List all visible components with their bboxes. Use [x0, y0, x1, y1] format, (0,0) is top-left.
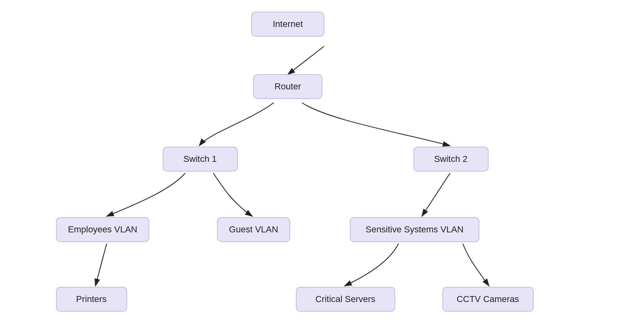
arrow-router-switch2: [302, 103, 450, 146]
arrow-switch1-employees: [107, 173, 185, 216]
sensitive-vlan-label: Sensitive Systems VLAN: [365, 224, 463, 234]
node-switch1: Switch 1: [163, 147, 237, 171]
arrow-sensitive-critical: [345, 244, 398, 286]
arrow-router-switch1: [199, 103, 274, 146]
node-sensitive-vlan: Sensitive Systems VLAN: [350, 217, 479, 242]
cctv-cameras-label: CCTV Cameras: [456, 294, 519, 304]
arrow-switch2-sensitive: [422, 173, 450, 216]
internet-label: Internet: [273, 19, 303, 29]
critical-servers-label: Critical Servers: [315, 294, 375, 304]
employees-vlan-label: Employees VLAN: [68, 224, 137, 234]
printers-label: Printers: [76, 294, 107, 304]
arrow-sensitive-cctv: [463, 244, 489, 286]
node-router: Router: [254, 75, 322, 99]
node-switch2: Switch 2: [414, 147, 488, 171]
arrow-employees-printers: [95, 244, 107, 286]
switch1-label: Switch 1: [183, 154, 217, 164]
network-diagram: Internet Router Switch 1 Switch 2 Employ…: [0, 0, 644, 323]
router-label: Router: [275, 81, 301, 91]
node-printers: Printers: [56, 287, 127, 311]
guest-vlan-label: Guest VLAN: [229, 224, 278, 234]
switch2-label: Switch 2: [434, 154, 467, 164]
node-guest-vlan: Guest VLAN: [217, 217, 290, 242]
node-employees-vlan: Employees VLAN: [56, 217, 149, 242]
arrow-internet-router: [288, 46, 324, 75]
arrow-switch1-guest: [213, 173, 252, 216]
node-cctv-cameras: CCTV Cameras: [443, 287, 533, 311]
node-critical-servers: Critical Servers: [296, 287, 395, 311]
node-internet: Internet: [252, 12, 324, 36]
